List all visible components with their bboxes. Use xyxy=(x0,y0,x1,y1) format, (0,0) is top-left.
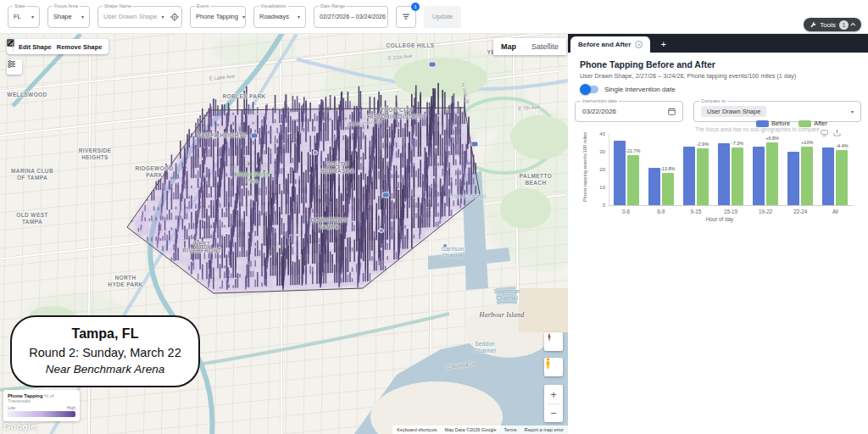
bar-after xyxy=(766,142,778,205)
shape-name-group: Shape Name User Drawn Shape ▾ xyxy=(97,6,182,28)
chart-legend: Before After xyxy=(756,120,827,127)
bar-change-label: +6.8% xyxy=(760,136,785,141)
state-select[interactable]: State FL ▾ xyxy=(8,6,40,28)
map-legend-low: Low xyxy=(8,405,15,410)
bar-change-label: -7.3% xyxy=(725,141,750,146)
analysis-panel: Before and After × + Phone Tapping Befor… xyxy=(568,34,868,434)
shape-name-value[interactable]: User Drawn Shape xyxy=(103,13,157,20)
map-canvas[interactable]: WELLSWOODCOLLEGE HILLSYBOR CITYROBLES PA… xyxy=(0,34,568,434)
map-type-map-button[interactable]: Map xyxy=(493,42,524,51)
chart-actions xyxy=(821,130,841,136)
before-after-chart: Phone tapping events/100 miles Hour of d… xyxy=(578,129,861,229)
chart-x-tick: 6-9 xyxy=(644,209,678,214)
focus-area-select[interactable]: Focus Area Shape ▾ xyxy=(47,6,90,28)
visualization-select[interactable]: Visualization Roadways ▾ xyxy=(253,6,306,28)
legend-item-before[interactable]: Before xyxy=(756,120,790,127)
tools-button[interactable]: Tools 1 xyxy=(804,18,861,31)
bar-change-label: -21.7% xyxy=(620,148,646,153)
download-icon[interactable] xyxy=(821,130,828,136)
report-error-link[interactable]: Report a map error xyxy=(525,427,564,432)
event-select[interactable]: Event Phone Tapping ▾ xyxy=(190,6,246,28)
locate-shape-button[interactable] xyxy=(170,13,179,21)
chevron-down-icon: ▾ xyxy=(847,108,854,114)
pegman-icon xyxy=(544,358,552,370)
legend-label-after: After xyxy=(814,120,827,127)
chart-y-tick: 20 xyxy=(590,167,605,172)
remove-shape-label: Remove Shape xyxy=(57,43,103,51)
bar-before xyxy=(753,147,765,205)
highway-shield-icon xyxy=(471,142,478,147)
wrench-icon xyxy=(810,21,816,28)
date-range-field[interactable]: Date Range 02/27/2026 – 03/24/2026 xyxy=(314,6,388,28)
chevron-down-icon: ▾ xyxy=(27,14,34,19)
calendar-button[interactable] xyxy=(668,108,676,115)
compare-to-chip: User Drawn Shape xyxy=(701,106,766,117)
highway-shield-icon xyxy=(429,62,436,67)
layer-settings-button[interactable] xyxy=(7,59,22,75)
shape-name-label: Shape Name xyxy=(103,3,133,8)
crosshair-icon xyxy=(170,13,179,21)
bar-after xyxy=(627,155,639,205)
map-legend: Phone Tapping % of Traversals Low High xyxy=(3,390,80,421)
filter-icon xyxy=(402,13,410,21)
map-legend-gradient xyxy=(8,411,75,417)
bar-change-label: -4.4% xyxy=(829,143,854,148)
single-intervention-toggle-row: Single intervention date xyxy=(581,86,676,93)
intervention-date-field[interactable]: Intervention date 03/22/2026 xyxy=(575,101,683,122)
tab-title: Before and After xyxy=(578,41,631,48)
keyboard-shortcuts-link[interactable]: Keyboard shortcuts xyxy=(397,427,437,432)
chart-x-tick: All xyxy=(818,209,852,214)
chart-x-tick: 19-22 xyxy=(748,209,782,214)
zoom-in-button[interactable]: + xyxy=(544,386,563,403)
zoom-control: + − xyxy=(544,385,563,422)
panel-tabbar: Before and After × + xyxy=(568,34,868,53)
focus-area-label: Focus Area xyxy=(53,3,80,8)
chart-x-axis xyxy=(609,205,853,206)
callout-line2: Round 2: Sunday, March 22 xyxy=(17,346,193,359)
export-icon[interactable] xyxy=(833,130,841,136)
toggle-label: Single intervention date xyxy=(604,86,676,93)
edit-shape-label: Edit Shape xyxy=(19,43,52,51)
tab-close-icon[interactable]: × xyxy=(635,41,643,48)
toggle-knob xyxy=(580,84,591,95)
terms-link[interactable]: Terms xyxy=(504,427,517,432)
tune-icon xyxy=(7,59,16,69)
update-button[interactable]: Update xyxy=(424,6,461,28)
chart-x-tick: 15-19 xyxy=(714,209,748,214)
tools-label: Tools xyxy=(820,21,836,29)
transit-station-icon xyxy=(379,228,383,232)
bar-after xyxy=(732,147,743,205)
bar-change-label: -2.9% xyxy=(690,142,715,147)
chevron-down-icon: ▾ xyxy=(238,14,245,19)
map-type-satellite-button[interactable]: Satellite xyxy=(524,42,566,51)
remove-shape-button[interactable]: Remove Shape xyxy=(57,43,103,51)
bar-before xyxy=(683,147,695,205)
bar-after xyxy=(836,150,848,205)
chevron-down-icon: ▾ xyxy=(77,14,84,19)
edit-shape-button[interactable]: Edit Shape xyxy=(19,43,52,51)
filter-badge: 1 xyxy=(411,3,420,11)
chart-y-tick: 40 xyxy=(590,131,605,136)
bar-before xyxy=(648,168,660,205)
highway-shield-icon xyxy=(251,133,258,138)
tab-before-and-after[interactable]: Before and After × xyxy=(570,36,650,53)
legend-item-after[interactable]: After xyxy=(798,120,827,127)
zoom-out-button[interactable]: − xyxy=(544,404,563,422)
add-tab-button[interactable]: + xyxy=(660,39,665,49)
compass-button[interactable] xyxy=(544,332,563,351)
legend-label-before: Before xyxy=(771,120,790,127)
compare-to-label: Compare to xyxy=(699,98,727,103)
map-legend-high: High xyxy=(67,405,75,410)
app-root: State FL ▾ Focus Area Shape ▾ Shape Name… xyxy=(0,0,868,434)
chart-x-tick: 0-6 xyxy=(609,209,643,214)
state-label: State xyxy=(13,3,27,8)
chart-y-tick: 10 xyxy=(590,185,605,190)
chart-y-axis xyxy=(609,134,609,205)
pegman-button[interactable] xyxy=(544,358,563,376)
bar-after xyxy=(801,147,813,205)
chart-x-tick: 22-24 xyxy=(783,209,817,214)
single-intervention-toggle[interactable] xyxy=(581,86,598,93)
bar-before xyxy=(787,152,799,205)
focus-area-value: Shape xyxy=(53,13,72,20)
filter-button[interactable]: 1 xyxy=(396,6,416,28)
